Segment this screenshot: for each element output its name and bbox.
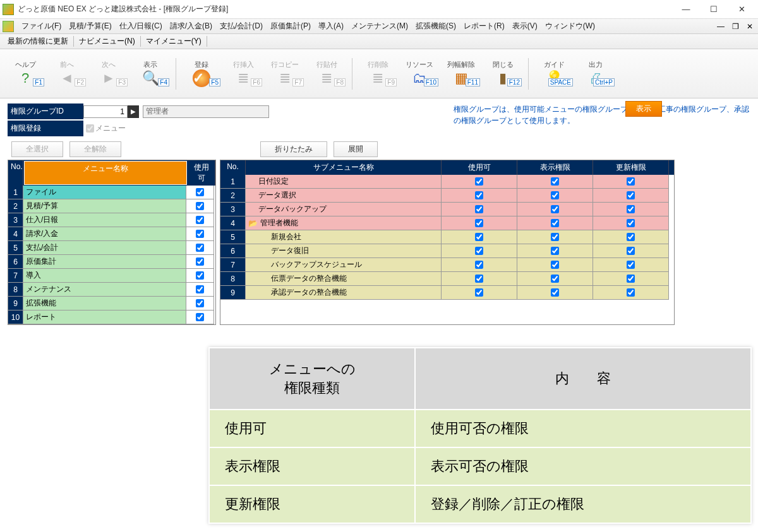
submenu-row[interactable]: 6データ復旧 (220, 244, 674, 258)
submenu-item-0[interactable]: 最新の情報に更新 (3, 36, 74, 47)
submenu-row-upd[interactable] (627, 288, 635, 297)
mdi-minimize[interactable]: — (714, 22, 727, 31)
toolbar-ヘルプ[interactable]: ヘルプ?F1 (6, 60, 44, 88)
submenu-row-upd[interactable] (627, 275, 635, 283)
submenu-row-disp[interactable] (551, 191, 559, 199)
submenu-row-upd[interactable] (627, 261, 635, 269)
submenu-row-disp[interactable] (551, 288, 559, 297)
submenu-row-upd[interactable] (627, 233, 635, 241)
menu-item-6[interactable]: 導入(A) (315, 20, 347, 33)
group-id-lookup[interactable]: ▶ (128, 105, 139, 118)
submenu-row-use[interactable] (475, 247, 483, 255)
toolbar-列幅解除[interactable]: 列幅解除▦F11 (442, 60, 480, 88)
menu-item-11[interactable]: ウィンドウ(W) (541, 20, 599, 33)
submenu-row-disp[interactable] (551, 247, 559, 255)
menu-row[interactable]: 5支払/会計 (8, 241, 215, 255)
minimize-button[interactable]: — (672, 1, 700, 18)
submenu-row[interactable]: 5新規会社 (220, 230, 674, 244)
menu-item-10[interactable]: 表示(V) (508, 20, 541, 33)
toolbar-表示[interactable]: 表示🔍F4 (131, 60, 169, 88)
menu-row-use[interactable] (196, 257, 204, 266)
menu-row[interactable]: 6原価集計 (8, 255, 215, 269)
submenu-row-upd[interactable] (627, 177, 635, 186)
menu-item-1[interactable]: 見積/予算(E) (65, 20, 115, 33)
menu-item-5[interactable]: 原価集計(P) (267, 20, 315, 33)
submenu-item-1[interactable]: ナビメニュー(N) (74, 36, 141, 47)
menu-item-8[interactable]: 拡張機能(S) (412, 20, 460, 33)
toolbar-出力[interactable]: 出力🖨Ctrl+P (577, 60, 615, 88)
menu-row[interactable]: 7導入 (8, 269, 215, 283)
close-button[interactable]: ✕ (728, 1, 755, 18)
toolbar-行削除: 行削除≣F9 (359, 60, 397, 88)
submenu-row-upd[interactable] (627, 191, 635, 199)
submenu-item-2[interactable]: マイメニュー(Y) (141, 36, 207, 47)
menu-row-name: 見積/予算 (23, 199, 186, 213)
toolbar-登録[interactable]: 登録✓F5 (183, 60, 220, 88)
submenu-grid-header-upd: 更新権限 (593, 160, 669, 175)
submenu-row-use[interactable] (475, 205, 483, 213)
submenu-row-disp[interactable] (551, 177, 559, 186)
select-all-button[interactable]: 全選択 (11, 141, 63, 157)
menu-row[interactable]: 10レポート (8, 310, 215, 324)
menu-row-use[interactable] (196, 216, 204, 224)
menu-item-0[interactable]: ファイル(F) (18, 20, 65, 33)
submenu-row-use[interactable] (475, 219, 483, 227)
display-button[interactable]: 表示 (625, 101, 662, 117)
menu-row[interactable]: 9拡張機能 (8, 297, 215, 310)
expand-button[interactable]: 展開 (334, 141, 378, 157)
menu-row-use[interactable] (196, 285, 204, 293)
submenu-row-upd[interactable] (627, 205, 635, 213)
menu-item-4[interactable]: 支払/会計(D) (216, 20, 267, 33)
menu-row-use[interactable] (196, 313, 204, 321)
menu-row-name: 支払/会計 (23, 241, 186, 255)
menu-row-use[interactable] (196, 188, 204, 196)
submenu-row-disp[interactable] (551, 275, 559, 283)
submenu-row[interactable]: 4📂管理者機能 (220, 216, 674, 230)
group-id-input[interactable] (83, 105, 128, 118)
submenu-row-upd[interactable] (627, 247, 635, 255)
submenu-row-disp[interactable] (551, 205, 559, 213)
clear-all-button[interactable]: 全解除 (69, 141, 121, 157)
submenu-row-disp[interactable] (551, 219, 559, 227)
maximize-button[interactable]: ☐ (700, 1, 728, 18)
menu-checkbox[interactable] (86, 124, 94, 133)
submenu-row-disp[interactable] (551, 261, 559, 269)
menu-item-7[interactable]: メンテナンス(M) (347, 20, 412, 33)
menu-item-3[interactable]: 請求/入金(B) (166, 20, 216, 33)
submenu-grid-header-no: No. (220, 160, 246, 175)
menu-row-use[interactable] (196, 202, 204, 210)
submenu-row-disp[interactable] (551, 233, 559, 241)
submenu-row[interactable]: 8伝票データの整合機能 (220, 272, 674, 286)
submenu-row-upd[interactable] (627, 219, 635, 227)
submenu-row-use[interactable] (475, 275, 483, 283)
menu-item-9[interactable]: レポート(R) (460, 20, 508, 33)
submenu-row[interactable]: 7バックアップスケジュール (220, 258, 674, 272)
menu-row-use[interactable] (196, 299, 204, 307)
menu-row-use[interactable] (196, 244, 204, 252)
toolbar-ガイド[interactable]: ガイド💡SPACE (535, 60, 573, 88)
menu-row-use[interactable] (196, 230, 204, 238)
submenu-row-use[interactable] (475, 177, 483, 186)
submenu-row-use[interactable] (475, 191, 483, 199)
menu-item-2[interactable]: 仕入/日報(C) (116, 20, 166, 33)
menu-row[interactable]: 4請求/入金 (8, 227, 215, 241)
menu-row[interactable]: 2見積/予算 (8, 199, 215, 213)
submenu-row[interactable]: 1日付設定 (220, 175, 674, 189)
menu-row[interactable]: 1ファイル (8, 186, 215, 199)
submenu-row-use[interactable] (475, 233, 483, 241)
toolbar-リソース[interactable]: リソース🗂F10 (400, 60, 438, 88)
group-name-input[interactable] (143, 105, 269, 118)
mdi-restore[interactable]: ❐ (730, 22, 742, 31)
submenu-row[interactable]: 9承認データの整合機能 (220, 286, 674, 300)
menu-row-use[interactable] (196, 271, 204, 280)
menu-checkbox-label[interactable]: メニュー (86, 123, 126, 134)
toolbar-閉じる[interactable]: 閉じる▮F12 (484, 60, 522, 88)
submenu-row[interactable]: 3データバックアップ (220, 203, 674, 216)
submenu-row-use[interactable] (475, 261, 483, 269)
menu-row[interactable]: 3仕入/日報 (8, 213, 215, 227)
collapse-button[interactable]: 折りたたみ (260, 141, 327, 157)
submenu-row-use[interactable] (475, 288, 483, 297)
menu-row[interactable]: 8メンテナンス (8, 283, 215, 297)
mdi-close[interactable]: ✕ (744, 22, 755, 31)
submenu-row[interactable]: 2データ選択 (220, 189, 674, 203)
